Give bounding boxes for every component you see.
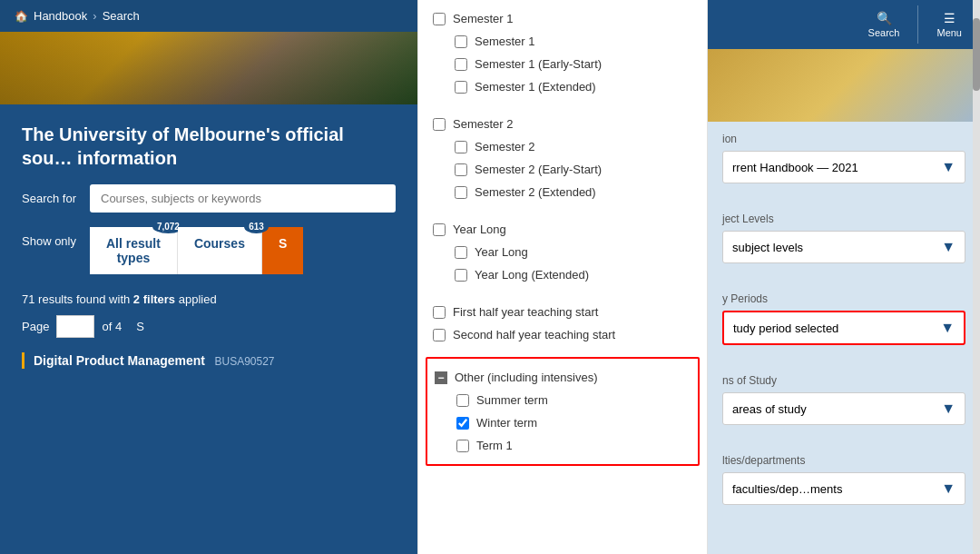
search-action-label: Search	[868, 27, 900, 38]
faculties-dropdown[interactable]: faculties/dep…ments ▼	[722, 472, 965, 505]
yearlong-ext-checkbox[interactable]	[455, 269, 467, 282]
semester2-early-label: Semester 2 (Early-Start)	[475, 163, 602, 176]
semester1-top-checkbox[interactable]	[433, 13, 446, 25]
semester2-ext-checkbox[interactable]	[455, 186, 467, 199]
semester1-label: Semester 1	[475, 35, 534, 48]
levels-value: subject levels	[732, 241, 803, 254]
list-item: Second half year teaching start	[433, 323, 692, 346]
tab-subjects[interactable]: S	[262, 227, 303, 274]
search-input[interactable]	[90, 184, 396, 213]
list-item: Semester 1	[433, 7, 692, 30]
list-item: Semester 1 (Early-Start)	[433, 53, 692, 75]
yearlong-top-label: Year Long	[453, 223, 506, 236]
semester1-ext-checkbox[interactable]	[455, 81, 467, 94]
right-top-bar: 🔍 Search ☰ Menu	[708, 0, 980, 49]
faculties-value: faculties/dep…ments	[732, 482, 842, 496]
page-of: of 4	[102, 320, 122, 333]
semester2-early-checkbox[interactable]	[455, 163, 467, 176]
subjects-label: S	[279, 236, 287, 251]
scrollbar-thumb[interactable]	[973, 18, 980, 91]
first-half-checkbox[interactable]	[433, 306, 446, 319]
sort-label: S	[136, 320, 144, 333]
right-section-areas: ns of Study areas of study ▼	[708, 363, 980, 443]
edition-title: ion	[722, 133, 965, 145]
yearlong-ext-label: Year Long (Extended)	[475, 268, 589, 282]
menu-action-btn[interactable]: ☰ Menu	[918, 5, 980, 44]
right-section-levels: ject Levels subject levels ▼	[708, 202, 980, 282]
list-item: Semester 1 (Extended)	[433, 75, 692, 98]
list-item: Semester 2 (Extended)	[433, 181, 692, 203]
list-item: Year Long	[433, 241, 692, 263]
hero-image	[0, 32, 417, 104]
result-item: Digital Product Management BUSA90527	[22, 352, 396, 369]
search-row: Search for	[22, 184, 396, 213]
search-icon: 🔍	[877, 11, 892, 25]
second-half-checkbox[interactable]	[433, 329, 446, 341]
study-periods-dropdown[interactable]: tudy period selected ▼	[722, 311, 965, 345]
show-only-row: Show only 7,072 All resulttypes 613 Cour…	[22, 227, 396, 274]
other-intensives-label: Other (including intensives)	[455, 371, 598, 384]
semester2-top-checkbox[interactable]	[433, 118, 446, 131]
semester1-early-label: Semester 1 (Early-Start)	[475, 57, 602, 71]
list-item: Term 1	[435, 434, 691, 457]
page-dropdown-arrow: ▼	[75, 320, 87, 333]
left-panel: 🏠 Handbook › Search The University of Me…	[0, 0, 417, 554]
areas-value: areas of study	[732, 402, 807, 416]
levels-dropdown[interactable]: subject levels ▼	[722, 231, 965, 263]
edition-value: rrent Handbook — 2021	[732, 161, 858, 174]
study-periods-dropdown-arrow: ▼	[940, 320, 955, 336]
semester2-checkbox[interactable]	[455, 141, 467, 153]
faculties-title: lties/departments	[722, 454, 965, 467]
winter-term-checkbox[interactable]	[456, 417, 469, 430]
filters-count: 2 filters	[133, 292, 175, 306]
home-icon: 🏠	[15, 10, 28, 23]
right-section-study-periods: y Periods tudy period selected ▼	[708, 282, 980, 363]
term1-label: Term 1	[476, 439, 513, 452]
courses-badge: 613	[244, 220, 269, 233]
list-item: Semester 1	[433, 30, 692, 53]
list-item: Year Long	[433, 218, 692, 241]
first-half-label: First half year teaching start	[453, 305, 598, 319]
list-item: Winter term	[435, 411, 691, 434]
other-intensives-section: − Other (including intensives) Summer te…	[426, 357, 700, 466]
menu-action-label: Menu	[936, 27, 962, 38]
yearlong-checkbox[interactable]	[455, 246, 467, 259]
middle-panel: Semester 1 Semester 1 Semester 1 (Early-…	[417, 0, 708, 554]
breadcrumb-current: Search	[103, 9, 140, 23]
semester2-label: Semester 2	[475, 140, 534, 153]
list-item: Semester 2	[433, 113, 692, 135]
faculties-dropdown-arrow: ▼	[941, 480, 956, 497]
result-code: BUSA90527	[214, 355, 274, 368]
areas-dropdown-arrow: ▼	[941, 401, 956, 417]
summer-term-checkbox[interactable]	[456, 394, 469, 407]
page-select[interactable]: 1 ▼	[56, 315, 94, 338]
semester1-early-checkbox[interactable]	[455, 58, 467, 71]
list-item: Year Long (Extended)	[433, 263, 692, 286]
checkbox-group-semester2: Semester 2 Semester 2 Semester 2 (Early-…	[418, 105, 707, 211]
right-top-actions: 🔍 Search ☰ Menu	[850, 5, 980, 44]
result-title[interactable]: Digital Product Management	[34, 353, 205, 368]
show-only-label: Show only	[22, 227, 81, 248]
yearlong-top-checkbox[interactable]	[433, 223, 446, 236]
term1-checkbox[interactable]	[456, 440, 469, 452]
semester1-checkbox[interactable]	[455, 35, 467, 48]
filter-tabs: 7,072 All resulttypes 613 Courses S	[90, 227, 303, 274]
other-intensives-header: − Other (including intensives)	[435, 366, 691, 389]
left-content: The University of Melbourne's official s…	[0, 104, 417, 387]
tab-all-results[interactable]: 7,072 All resulttypes	[90, 227, 178, 274]
study-periods-value: tudy period selected	[733, 322, 838, 335]
breadcrumb-home[interactable]: Handbook	[34, 9, 87, 23]
right-section-edition: ion rrent Handbook — 2021 ▼	[708, 122, 980, 202]
list-item: Summer term	[435, 389, 691, 411]
right-panel: 🔍 Search ☰ Menu ion rrent Handbook — 202…	[708, 0, 980, 554]
study-periods-title: y Periods	[722, 292, 965, 305]
tab-courses[interactable]: 613 Courses	[178, 227, 262, 274]
areas-dropdown[interactable]: areas of study ▼	[722, 392, 965, 425]
summer-term-label: Summer term	[476, 393, 548, 407]
search-action-btn[interactable]: 🔍 Search	[850, 5, 919, 44]
search-for-label: Search for	[22, 192, 81, 205]
edition-dropdown-arrow: ▼	[941, 159, 956, 175]
edition-dropdown[interactable]: rrent Handbook — 2021 ▼	[722, 151, 965, 183]
minus-icon: −	[435, 371, 447, 384]
right-section-faculties: lties/departments faculties/dep…ments ▼	[708, 443, 980, 523]
